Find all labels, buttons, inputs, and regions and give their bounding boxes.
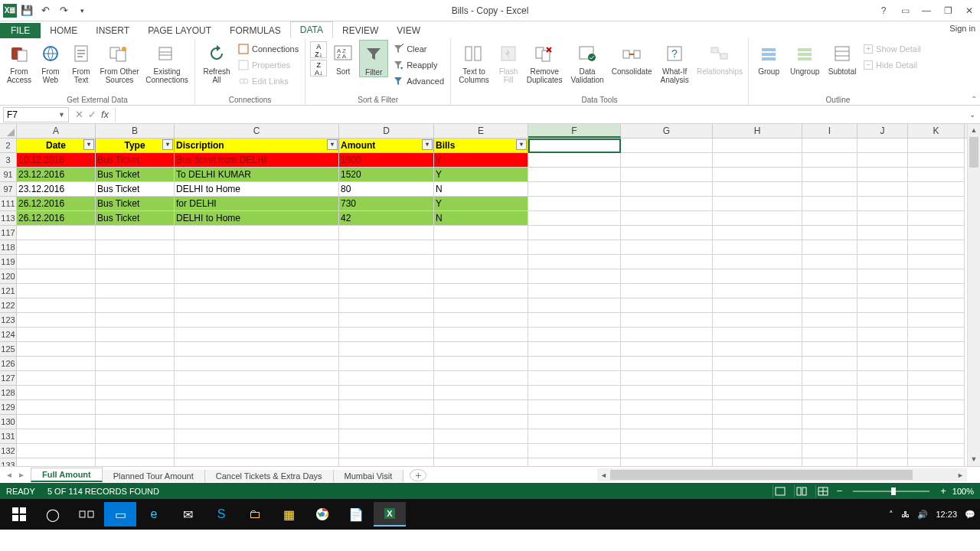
cell[interactable] bbox=[621, 328, 713, 342]
cell[interactable] bbox=[713, 429, 802, 444]
tray-clock[interactable]: 12:23 bbox=[936, 510, 957, 519]
cell[interactable] bbox=[175, 284, 339, 298]
cells-area[interactable]: Date▾Type▾Discription▾Amount▾Bills▾10.12… bbox=[17, 139, 980, 466]
cell[interactable]: Bus Ticket bbox=[96, 211, 175, 226]
cell[interactable]: Y bbox=[434, 168, 528, 182]
row-header[interactable]: 117 bbox=[0, 226, 17, 240]
cell[interactable] bbox=[621, 386, 713, 400]
cell[interactable] bbox=[802, 313, 858, 328]
cell[interactable] bbox=[908, 328, 965, 342]
vertical-scrollbar[interactable]: ▲ ▼ bbox=[967, 124, 980, 466]
cell[interactable]: N bbox=[434, 182, 528, 197]
cell[interactable] bbox=[713, 298, 802, 313]
cell[interactable]: 26.12.2016 bbox=[17, 197, 96, 211]
cell[interactable] bbox=[17, 255, 96, 269]
cell[interactable]: DELHI to Home bbox=[175, 211, 339, 226]
text-to-columns-button[interactable]: Text to Columns bbox=[456, 40, 492, 84]
cell[interactable] bbox=[621, 458, 713, 466]
cell[interactable] bbox=[434, 269, 528, 284]
cell[interactable] bbox=[17, 342, 96, 357]
cell[interactable] bbox=[713, 153, 802, 168]
cell[interactable] bbox=[858, 269, 908, 284]
zoom-in-button[interactable]: + bbox=[940, 485, 946, 497]
sheet-nav-next[interactable]: ► bbox=[15, 471, 28, 479]
cell[interactable] bbox=[908, 386, 965, 400]
cell[interactable]: Amount▾ bbox=[339, 139, 434, 153]
cell[interactable] bbox=[908, 226, 965, 240]
cell[interactable] bbox=[339, 328, 434, 342]
column-header[interactable]: J bbox=[858, 124, 908, 138]
scroll-right-button[interactable]: ► bbox=[954, 471, 967, 479]
cell[interactable]: 1900 bbox=[339, 153, 434, 168]
cell[interactable] bbox=[175, 328, 339, 342]
cell[interactable]: Bus Ticket bbox=[96, 153, 175, 168]
undo-button[interactable]: ↶ bbox=[37, 2, 54, 19]
cell[interactable] bbox=[175, 458, 339, 466]
cell[interactable] bbox=[528, 168, 621, 182]
group-button[interactable]: Group bbox=[753, 40, 784, 76]
cell[interactable] bbox=[434, 357, 528, 371]
cell[interactable] bbox=[528, 444, 621, 458]
cell[interactable] bbox=[908, 197, 965, 211]
taskbar-edge[interactable]: e bbox=[138, 502, 170, 527]
cell[interactable]: 80 bbox=[339, 182, 434, 197]
cell[interactable] bbox=[528, 458, 621, 466]
zoom-slider[interactable] bbox=[853, 491, 929, 492]
start-button[interactable] bbox=[3, 502, 35, 527]
cell[interactable] bbox=[17, 240, 96, 255]
row-header[interactable]: 126 bbox=[0, 357, 17, 371]
cell[interactable] bbox=[528, 328, 621, 342]
cell[interactable] bbox=[434, 328, 528, 342]
horizontal-scrollbar[interactable]: ◄ ► bbox=[597, 468, 967, 481]
cell[interactable] bbox=[175, 298, 339, 313]
cell[interactable] bbox=[621, 153, 713, 168]
cell[interactable] bbox=[175, 226, 339, 240]
row-header[interactable]: 97 bbox=[0, 182, 17, 197]
cell[interactable]: 1520 bbox=[339, 168, 434, 182]
cell[interactable] bbox=[528, 139, 621, 153]
cell[interactable] bbox=[17, 328, 96, 342]
cell[interactable] bbox=[621, 240, 713, 255]
cell[interactable] bbox=[528, 386, 621, 400]
cell[interactable]: DELHI to Home bbox=[175, 182, 339, 197]
cell[interactable]: 26.12.2016 bbox=[17, 211, 96, 226]
cell[interactable] bbox=[908, 211, 965, 226]
cortana-button[interactable]: ◯ bbox=[37, 502, 69, 527]
page-break-view-button[interactable] bbox=[815, 485, 831, 497]
qat-customize[interactable]: ▾ bbox=[74, 2, 90, 19]
normal-view-button[interactable] bbox=[773, 485, 788, 497]
cell[interactable] bbox=[175, 269, 339, 284]
filter-dropdown-icon[interactable]: ▾ bbox=[327, 139, 338, 150]
cell[interactable] bbox=[621, 226, 713, 240]
cell[interactable] bbox=[802, 328, 858, 342]
remove-duplicates-button[interactable]: Remove Duplicates bbox=[524, 40, 564, 84]
connections-button[interactable]: Connections bbox=[237, 41, 300, 57]
cell[interactable] bbox=[713, 197, 802, 211]
cell[interactable] bbox=[713, 226, 802, 240]
filter-dropdown-icon[interactable]: ▾ bbox=[162, 139, 173, 150]
task-view-button[interactable] bbox=[70, 502, 103, 527]
cell[interactable] bbox=[713, 269, 802, 284]
cell[interactable] bbox=[858, 342, 908, 357]
hscroll-thumb[interactable] bbox=[610, 470, 913, 480]
cell[interactable] bbox=[175, 400, 339, 415]
cell[interactable] bbox=[339, 255, 434, 269]
help-button[interactable]: ? bbox=[873, 3, 894, 18]
cell[interactable] bbox=[908, 153, 965, 168]
cell[interactable]: Bus Ticket bbox=[96, 197, 175, 211]
row-header[interactable]: 91 bbox=[0, 168, 17, 182]
cell[interactable] bbox=[339, 415, 434, 429]
filter-dropdown-icon[interactable]: ▾ bbox=[422, 139, 433, 150]
cell[interactable] bbox=[621, 255, 713, 269]
cell[interactable] bbox=[17, 371, 96, 386]
cell[interactable] bbox=[858, 313, 908, 328]
cell[interactable] bbox=[434, 298, 528, 313]
cell[interactable] bbox=[713, 371, 802, 386]
cell[interactable] bbox=[713, 415, 802, 429]
cell[interactable] bbox=[621, 284, 713, 298]
cell[interactable] bbox=[528, 371, 621, 386]
taskbar-app[interactable]: ▭ bbox=[104, 502, 136, 527]
cell[interactable] bbox=[802, 298, 858, 313]
cell[interactable] bbox=[802, 139, 858, 153]
cell[interactable] bbox=[802, 284, 858, 298]
